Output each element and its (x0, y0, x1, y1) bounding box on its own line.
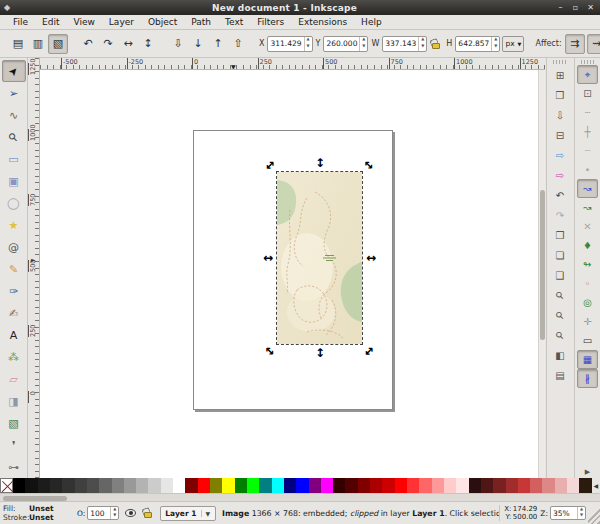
dropper-tool[interactable]: ❜ (2, 434, 26, 456)
snap-to-paths-toggle[interactable]: ↝ (577, 198, 598, 217)
lock-ratio-toggle[interactable] (429, 36, 443, 52)
palette-swatch[interactable] (309, 478, 321, 493)
snap-bounding-box-toggle[interactable]: ⊡ (577, 84, 598, 103)
palette-swatch[interactable] (124, 478, 136, 493)
palette-swatch[interactable] (567, 478, 579, 493)
vertical-ruler[interactable]: ► 125010007505002500 (28, 58, 40, 478)
palette-swatch[interactable] (284, 478, 296, 493)
palette-swatch[interactable] (272, 478, 284, 493)
palette-swatch[interactable] (345, 478, 357, 493)
snap-cusp-nodes-toggle[interactable]: ♦ (577, 236, 598, 255)
gradient-tool[interactable]: ▧ (2, 412, 26, 434)
palette-swatch[interactable] (395, 478, 407, 493)
minimize-button[interactable]: – (555, 2, 566, 13)
snap-smooth-nodes-toggle[interactable]: ↬ (577, 255, 598, 274)
undo-command-button[interactable]: ↶ (550, 185, 571, 205)
open-document-button[interactable]: ❒ (550, 85, 571, 105)
connector-tool[interactable]: ⊶ (2, 456, 26, 478)
menu-item[interactable]: Help (354, 16, 389, 28)
palette-swatch[interactable] (136, 478, 148, 493)
vertical-scrollbar-thumb[interactable] (540, 190, 545, 340)
palette-swatch[interactable] (358, 478, 370, 493)
pencil-tool[interactable]: ✎ (2, 258, 26, 280)
snap-page-border-toggle[interactable]: ▭ (577, 331, 598, 350)
layer-select[interactable]: Layer 1 ▼ (160, 506, 216, 521)
maximize-button[interactable]: ▫ (570, 2, 581, 13)
snap-bbox-edges-toggle[interactable]: ┄ (577, 103, 598, 122)
snap-nodes-toggle[interactable]: ↝ (577, 179, 598, 198)
close-button[interactable]: ✕ (585, 2, 596, 13)
palette-swatch[interactable] (555, 478, 567, 493)
palette-swatch[interactable] (235, 478, 247, 493)
y-spinner[interactable]: ▲▼ (359, 37, 367, 51)
palette-swatch[interactable] (210, 478, 222, 493)
scale-handle-w[interactable]: ↔ (262, 253, 274, 263)
palette-swatch[interactable] (259, 478, 271, 493)
menu-item[interactable]: File (6, 16, 35, 28)
menu-item[interactable]: Filters (250, 16, 291, 28)
selected-image[interactable]: ↔ ↕ ↔ ↔ ↔ ↔ ↕ ↔ (276, 171, 363, 345)
palette-scroll-arrow[interactable]: ◀ (592, 478, 600, 493)
scale-handle-n[interactable]: ↕ (314, 158, 326, 168)
palette-swatch[interactable] (506, 478, 518, 493)
spray-tool[interactable]: ⁂ (2, 346, 26, 368)
snap-bar-overflow-button[interactable]: ▶ (585, 468, 590, 476)
flip-horizontal-button[interactable]: ↔ (118, 34, 138, 54)
node-tool[interactable]: ➢ (2, 82, 26, 104)
window-resize-grip[interactable] (588, 502, 600, 524)
palette-swatch[interactable] (382, 478, 394, 493)
palette-swatch[interactable] (13, 478, 25, 493)
select-all-layers-button[interactable]: ▥ (28, 34, 48, 54)
snap-bar-grip[interactable] (581, 60, 595, 64)
flip-vertical-button[interactable]: ↕ (138, 34, 158, 54)
x-field[interactable]: 311.429▲▼ (267, 36, 312, 52)
palette-scrollbar[interactable] (0, 493, 600, 501)
fill-stroke-indicator[interactable]: Fill: Unset Stroke: Unset (0, 504, 63, 522)
palette-swatch[interactable] (87, 478, 99, 493)
palette-swatch[interactable] (432, 478, 444, 493)
h-field[interactable]: 642.857▲▼ (455, 36, 500, 52)
redo-command-button[interactable]: ↷ (550, 205, 571, 225)
palette-swatch[interactable] (62, 478, 74, 493)
snap-bbox-centers-toggle[interactable]: ∙ (577, 160, 598, 179)
palette-swatch[interactable] (296, 478, 308, 493)
zoom-spinner[interactable]: ▲▼ (577, 507, 585, 519)
x-spinner[interactable]: ▲▼ (304, 37, 312, 51)
layer-dropdown-arrow[interactable]: ▼ (201, 510, 213, 517)
palette-swatch[interactable] (75, 478, 87, 493)
duplicate-button[interactable]: ❑ (550, 265, 571, 285)
palette-swatch[interactable] (407, 478, 419, 493)
snap-line-midpoints-toggle[interactable]: ◦ (577, 274, 598, 293)
snap-rotation-centers-toggle[interactable]: ✛ (577, 312, 598, 331)
fill-stroke-dialog-button[interactable]: ◧ (550, 345, 571, 365)
palette-swatch[interactable] (222, 478, 234, 493)
snap-enable-toggle[interactable]: ⌖ (577, 65, 598, 84)
palette-swatch[interactable] (518, 478, 530, 493)
menu-item[interactable]: Layer (102, 16, 141, 28)
snap-bbox-edge-midpoints-toggle[interactable]: ┄ (577, 141, 598, 160)
redo-button[interactable]: ↷ (98, 34, 118, 54)
menu-item[interactable]: Extensions (291, 16, 354, 28)
menu-item[interactable]: Text (218, 16, 250, 28)
document-properties-button[interactable]: ▤ (550, 365, 571, 385)
palette-swatch[interactable] (530, 478, 542, 493)
palette-swatch[interactable] (112, 478, 124, 493)
ellipse-tool[interactable]: ◯ (2, 192, 26, 214)
scale-handle-e[interactable]: ↔ (365, 253, 377, 263)
paint-bucket-tool[interactable]: ◨ (2, 390, 26, 412)
y-field[interactable]: 260.000▲▼ (323, 36, 368, 52)
palette-swatch[interactable] (148, 478, 160, 493)
menu-item[interactable]: Path (184, 16, 218, 28)
menu-item[interactable]: View (67, 16, 102, 28)
copy-button[interactable]: ❐ (550, 225, 571, 245)
select-all-button[interactable]: ▤ (8, 34, 28, 54)
palette-swatch[interactable] (444, 478, 456, 493)
calligraphy-tool[interactable]: ✍ (2, 302, 26, 324)
h-spinner[interactable]: ▲▼ (491, 37, 499, 51)
star-tool[interactable]: ★ (2, 214, 26, 236)
zoom-to-page-button[interactable]: ⚲ (550, 325, 571, 345)
title-bar[interactable]: ◆ New document 1 - Inkscape – ▫ ✕ (0, 0, 600, 15)
lower-button[interactable]: ↓ (188, 34, 208, 54)
palette-swatch[interactable] (247, 478, 259, 493)
new-document-button[interactable]: ⊞ (550, 65, 571, 85)
